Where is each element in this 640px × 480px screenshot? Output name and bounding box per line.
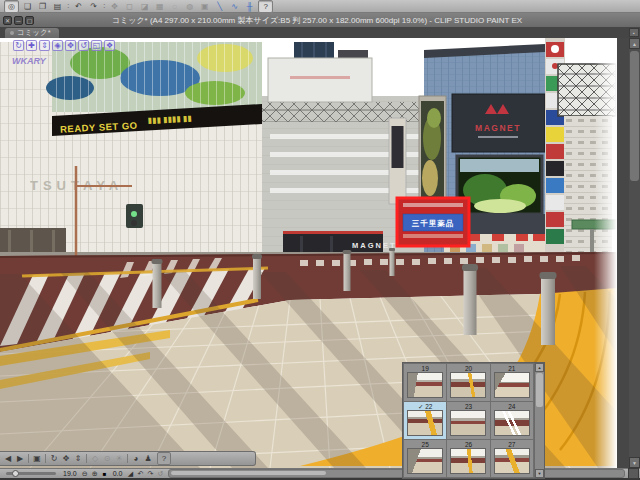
camera-angle-item[interactable]: 19: [404, 364, 446, 401]
camera-angle-item-selected[interactable]: ✓ 22: [404, 402, 446, 439]
thumbnail-image: [450, 448, 486, 474]
camera-orbit-icon[interactable]: ↻: [13, 40, 24, 51]
root-move-icon[interactable]: ❖: [104, 40, 115, 51]
object-rotate-icon[interactable]: ↺: [78, 40, 89, 51]
tab-label: コミック*: [17, 28, 51, 38]
zoom-in-icon[interactable]: ⊕: [90, 470, 100, 478]
camera-angle-item[interactable]: 21: [491, 364, 533, 401]
thumbnail-image: [407, 448, 443, 474]
thumbnail-number: 24: [508, 402, 515, 410]
thumbnail-number: 19: [422, 364, 429, 372]
horizontal-scrollbar[interactable]: [168, 469, 625, 478]
camera-dolly-icon[interactable]: ⇕: [39, 40, 50, 51]
reset-view-icon[interactable]: ↺: [155, 470, 165, 478]
rotate-object-icon: ⊙: [101, 453, 113, 464]
pose-icon[interactable]: ♟: [142, 453, 154, 464]
camera-angle-item[interactable]: 26: [447, 440, 489, 477]
panel-scroll-down-icon[interactable]: ▼: [535, 469, 544, 478]
thumbnail-number: 25: [422, 440, 429, 448]
scroll-up-icon[interactable]: ▲: [629, 38, 640, 49]
new-file-icon[interactable]: ❏: [21, 1, 34, 12]
scroll-down-icon[interactable]: ▼: [629, 457, 640, 468]
camera-pan-icon[interactable]: ✥: [60, 453, 72, 464]
angle-slope-icon[interactable]: ◢: [125, 470, 135, 478]
thumbnail-number: 21: [508, 364, 515, 372]
camera-zoom-icon[interactable]: ⇕: [72, 453, 84, 464]
toolbar-divider: ∶: [103, 2, 105, 11]
open-file-icon[interactable]: ❐: [36, 1, 49, 12]
rotate-left-icon[interactable]: ↶: [135, 470, 145, 478]
snap-special-ruler-icon[interactable]: ∿: [228, 1, 241, 12]
thumbnail-image: [407, 410, 443, 436]
save-icon[interactable]: ▤: [51, 1, 64, 12]
maximize-icon[interactable]: ▢: [25, 16, 34, 25]
snap-grid-icon[interactable]: ╫: [243, 1, 256, 12]
prev-angle-icon[interactable]: ◀: [2, 453, 14, 464]
panel-scroll-thumb[interactable]: [536, 373, 543, 407]
close-icon[interactable]: ✕: [3, 16, 12, 25]
camera-angle-item[interactable]: 24: [491, 402, 533, 439]
minimize-icon[interactable]: ─: [14, 16, 23, 25]
thumbnail-number: ✓ 22: [418, 402, 432, 410]
undo-icon[interactable]: ↶: [72, 1, 85, 12]
selection-border-icon: ▣: [198, 1, 211, 12]
billboard-text: 三千里薬品: [412, 219, 455, 228]
deselect-icon: ◌: [168, 1, 181, 12]
graffiti-text: WKARY: [12, 56, 47, 66]
object-pan-icon[interactable]: ✥: [65, 40, 76, 51]
clip-studio-window: ◎ ❏ ❐ ▤ ∶ ↶ ↷ ∶ ✥ ◻ ◪ ▦ ◌ ◍ ▣ ╲ ∿ ╫ ? ✕ …: [0, 0, 640, 480]
camera-gizmo-bar: ↻ ✚ ⇕ ◈ ✥ ↺ ◱ ❖: [13, 40, 115, 51]
camera-pan-icon[interactable]: ✚: [26, 40, 37, 51]
zoom-slider-knob[interactable]: [12, 470, 19, 477]
launcher-divider: [86, 454, 87, 463]
camera-orbit-icon[interactable]: ↻: [48, 453, 60, 464]
panel-scroll-up-icon[interactable]: ▲: [535, 363, 544, 372]
material-sphere-icon[interactable]: ◕: [130, 453, 142, 464]
zoom-slider[interactable]: [6, 472, 56, 475]
camera-angle-item[interactable]: 25: [404, 440, 446, 477]
next-angle-icon[interactable]: ▶: [14, 453, 26, 464]
crop-icon: ▦: [153, 1, 166, 12]
camera-angle-item[interactable]: 20: [447, 364, 489, 401]
magnet-logo-text: MAGNET: [475, 123, 521, 133]
plane-move-icon[interactable]: ◈: [52, 40, 63, 51]
vertical-scroll-thumb[interactable]: [630, 51, 639, 181]
document-icon: [10, 31, 14, 35]
horizontal-scroll-thumb[interactable]: [171, 471, 326, 475]
vertical-scrollbar[interactable]: ▲ ▼: [629, 38, 640, 468]
fit-to-window-icon[interactable]: ■: [100, 471, 110, 477]
object-launcher-bar: ◀ ▶ ▣ ↻ ✥ ⇕ ◇ ⊙ ☀ ◕ ♟ ?: [0, 451, 256, 466]
invert-selection-icon: ◍: [183, 1, 196, 12]
selected-billboard: 三千里薬品: [397, 198, 469, 246]
thumbnail-number: 27: [508, 440, 515, 448]
snap-ruler-icon[interactable]: ╲: [213, 1, 226, 12]
tab-scroll-button[interactable]: ▪: [629, 28, 639, 37]
move-object-icon: ◇: [89, 453, 101, 464]
object-scale-icon[interactable]: ◱: [91, 40, 102, 51]
redo-icon[interactable]: ↷: [87, 1, 100, 12]
window-controls: ✕ ─ ▢: [3, 16, 34, 25]
help-icon[interactable]: ?: [258, 0, 273, 13]
camera-angle-item[interactable]: 27: [491, 440, 533, 477]
rotate-right-icon[interactable]: ↷: [145, 470, 155, 478]
launcher-divider: [45, 454, 46, 463]
zoom-out-icon[interactable]: ⊖: [80, 470, 90, 478]
panel-scrollbar[interactable]: ▲ ▼: [534, 363, 544, 478]
camera-angle-panel: 19 20 21 ✓ 22 23 24 25 26 27 ▲ ▼: [402, 362, 545, 479]
camera-angle-item[interactable]: 23: [447, 402, 489, 439]
scale-rotate-icon: ✥: [108, 1, 121, 12]
object-list-icon[interactable]: ▣: [31, 453, 43, 464]
help-icon[interactable]: ?: [157, 452, 171, 465]
toolbar-divider: ∶: [67, 2, 69, 11]
zoom-percent: 19.0: [63, 470, 77, 477]
thumbnail-number: 26: [465, 440, 472, 448]
thumbnail-image: [450, 372, 486, 398]
thumbnail-image: [450, 410, 486, 436]
clip-studio-icon[interactable]: ◎: [4, 0, 19, 13]
title-bar: ✕ ─ ▢ コミック* (A4 297.00 x 210.00mm 製本サイズ:…: [0, 13, 640, 28]
free-transform-icon: ◻: [123, 1, 136, 12]
thumbnail-number: 23: [465, 402, 472, 410]
thumbnail-number: 20: [465, 364, 472, 372]
tab-comic[interactable]: コミック*: [5, 28, 59, 38]
scrollbar-corner: [628, 468, 639, 479]
